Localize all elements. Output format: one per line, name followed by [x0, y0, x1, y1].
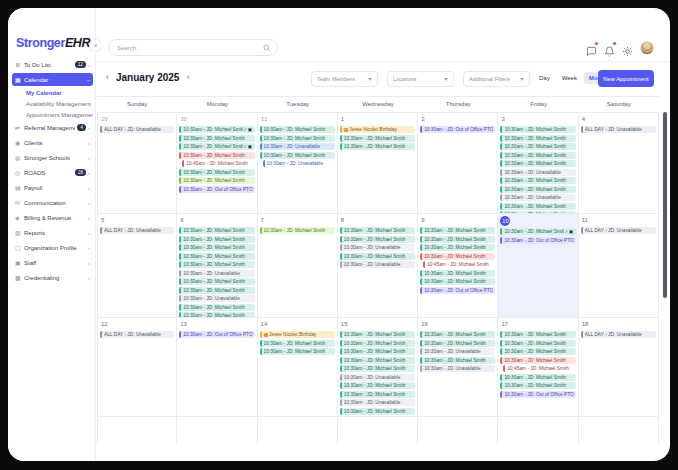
event-unav-gray[interactable]: 10:30am - JD: Unavailable	[179, 295, 254, 302]
sidebar-item-clients[interactable]: ◉Clients›	[12, 136, 93, 149]
day-cell[interactable]	[338, 417, 418, 444]
event-pto[interactable]: 10:30am - JD: Out of Office PTO	[500, 237, 575, 244]
event-appt[interactable]: 10:30am - JD: Michael Smith	[420, 278, 495, 285]
day-cell-12[interactable]: 12ALL DAY - JD: Unavailable	[97, 318, 177, 416]
day-cell[interactable]	[258, 417, 338, 444]
day-cell-10[interactable]: 1010:30am - JD: Michael Smith✓▣10:30am -…	[498, 214, 578, 317]
event-appt[interactable]: 10:30am - JD: Michael Smith	[179, 227, 254, 234]
event-appt[interactable]: 10:30am - JD: Michael Smith	[340, 340, 415, 347]
event-appt[interactable]: 10:30am - JD: Michael Smith	[340, 331, 415, 338]
event-pto[interactable]: 10:30am - JD: Out of Office PTO	[420, 287, 495, 294]
sidebar-item-credentialing[interactable]: ▩Credentialing›	[12, 271, 93, 284]
sidebar-item-payroll[interactable]: ▤Payroll›	[12, 181, 93, 194]
next-month-button[interactable]: ›	[186, 71, 189, 83]
sidebar-subitem-availability-management[interactable]: Availability Management	[12, 99, 93, 110]
day-cell-5[interactable]: 5ALL DAY - JD: Unavailable	[97, 214, 177, 317]
event-pto[interactable]: 10:30am - JD: Out of Office PTO	[179, 331, 254, 338]
event-appt-icons[interactable]: 10:30am - JD: Michael Smith✓▣	[179, 126, 254, 133]
event-appt[interactable]: 10:30am - JD: Michael Smith	[420, 236, 495, 243]
event-unav-gray[interactable]: 10:30am - JD: Unavailable	[500, 169, 575, 176]
filter-locations[interactable]: Locations	[387, 71, 454, 87]
event-appt[interactable]: 10:30am - JD: Michael Smith	[500, 348, 575, 355]
event-appt[interactable]: 10:30am - JD: Michael Smith	[340, 143, 415, 150]
messages-icon[interactable]	[586, 43, 597, 54]
event-appt[interactable]: 10:30am - JD: Michael Smith	[179, 287, 254, 294]
event-unav-gray[interactable]: 10:30am - JD: Unavailable	[340, 374, 415, 381]
event-appt[interactable]: 10:30am - JD: Michael Smith	[420, 244, 495, 251]
event-bday[interactable]: Jesse Nicolet Birthday	[260, 331, 335, 338]
sidebar-item-organization-profile[interactable]: ▢Organization Profile›	[12, 241, 93, 254]
event-appt[interactable]: 10:30am - JD: Michael Smith	[340, 227, 415, 234]
event-appt[interactable]: 10:30am - JD: Michael Smith	[179, 135, 254, 142]
event-unav-o[interactable]: 10:30am - JD: Unavailable	[263, 160, 335, 167]
sidebar-item-stronger-schools[interactable]: ◍Stronger Schools›	[12, 151, 93, 164]
prev-month-button[interactable]: ‹	[106, 71, 109, 83]
event-appt[interactable]: 10:30am - JD: Michael Smith	[420, 340, 495, 347]
event-appt-green[interactable]: 10:30am - JD: Michael Smith	[179, 177, 254, 184]
event-allday[interactable]: ALL DAY - JD: Unavailable	[581, 227, 656, 234]
event-appt[interactable]: 10:30am - JD: Michael Smith	[260, 152, 335, 159]
event-allday[interactable]: ALL DAY - JD: Unavailable	[581, 331, 656, 338]
event-pto[interactable]: 10:30am - JD: Out of Office PTO	[179, 186, 254, 193]
day-cell-11[interactable]: 11ALL DAY - JD: Unavailable	[579, 214, 659, 317]
event-appt[interactable]: 10:30am - JD: Michael Smith	[500, 143, 575, 150]
sidebar-item-communication[interactable]: ✉Communication›	[12, 196, 93, 209]
bell-icon[interactable]	[604, 43, 615, 54]
event-appt[interactable]: 10:30am - JD: Michael Smith	[179, 312, 254, 317]
event-appt[interactable]: 10:30am - JD: Michael Smith	[420, 357, 495, 364]
event-appt-red[interactable]: 10:30am - JD: Michael Smith	[179, 152, 254, 159]
event-bday[interactable]: Jesse Nicolet Birthday	[340, 126, 415, 133]
sidebar-subitem-my-calendar[interactable]: My Calendar	[12, 88, 93, 99]
day-cell-29[interactable]: 29ALL DAY - JD: Unavailable	[97, 113, 177, 213]
event-unav-gray[interactable]: 10:30am - JD: Unavailable	[340, 399, 415, 406]
event-appt[interactable]: 10:30am - JD: Michael Smith	[340, 236, 415, 243]
day-cell-3[interactable]: 310:30am - JD: Michael Smith10:30am - JD…	[498, 113, 578, 213]
event-appt-red[interactable]: 10:30am - JD: Michael Smith	[420, 253, 495, 260]
day-cell[interactable]	[498, 417, 578, 444]
event-appt[interactable]: 10:30am - JD: Michael Smith	[340, 382, 415, 389]
new-appointment-button[interactable]: New Appointment	[598, 70, 654, 87]
event-appt-icons[interactable]: 10:30am - JD: Michael Smith✓▣	[500, 228, 575, 235]
event-appt[interactable]: 10:30am - JD: Michael Smith	[260, 135, 335, 142]
event-appt[interactable]: 10:30am - JD: Michael Smith	[260, 340, 335, 347]
sidebar-item-to-do-list[interactable]: ≣To Do List12›	[12, 58, 93, 71]
event-appt[interactable]: 10:30am - JD: Michael Smith	[500, 126, 575, 133]
day-cell-15[interactable]: 1510:30am - JD: Michael Smith10:30am - J…	[338, 318, 418, 416]
event-appt[interactable]: 10:30am - JD: Michael Smith	[179, 169, 254, 176]
day-cell-4[interactable]: 4ALL DAY - JD: Unavailable	[579, 113, 659, 213]
day-cell-6[interactable]: 610:30am - JD: Michael Smith10:30am - JD…	[177, 214, 257, 317]
event-allday[interactable]: ALL DAY - JD: Unavailable	[581, 126, 656, 133]
day-cell-8[interactable]: 810:30am - JD: Michael Smith10:30am - JD…	[338, 214, 418, 317]
day-cell-14[interactable]: 14Jesse Nicolet Birthday10:30am - JD: Mi…	[258, 318, 338, 416]
event-unav-gray[interactable]: 10:30am - JD: Unavailable	[420, 348, 495, 355]
event-appt[interactable]: 10:30am - JD: Michael Smith	[500, 160, 575, 167]
user-avatar[interactable]	[640, 41, 654, 55]
day-cell-2[interactable]: 210:30am - JD: Out of Office PTO	[418, 113, 498, 213]
event-appt[interactable]: 10:30am - JD: Michael Smith	[340, 391, 415, 398]
event-allday[interactable]: ALL DAY - JD: Unavailable	[100, 227, 174, 234]
filter-team-members[interactable]: Team Members	[311, 71, 378, 87]
event-appt[interactable]: 10:30am - JD: Michael Smith	[500, 211, 575, 213]
event-appt[interactable]: 10:30am - JD: Michael Smith	[179, 261, 254, 268]
event-appt[interactable]: 10:30am - JD: Michael Smith	[340, 348, 415, 355]
event-unav-gray[interactable]: 10:30am - JD: Unavailable	[500, 194, 575, 201]
event-appt-icons[interactable]: 10:30am - JD: Michael Smith✓▣	[179, 143, 254, 150]
event-unav-gray[interactable]: 10:30am - JD: Unavailable	[179, 270, 254, 277]
view-week[interactable]: Week	[557, 72, 582, 84]
event-appt[interactable]: 10:30am - JD: Michael Smith	[179, 278, 254, 285]
event-appt[interactable]: 10:30am - JD: Michael Smith	[340, 365, 415, 372]
day-cell-7[interactable]: 710:30am - JD: Michael Smith	[258, 214, 338, 317]
event-appt[interactable]: 10:30am - JD: Michael Smith	[340, 135, 415, 142]
sidebar-item-roads[interactable]: ◎ROADS28›	[12, 166, 93, 179]
sidebar-item-calendar[interactable]: ▦Calendar–	[12, 73, 93, 86]
day-cell-17[interactable]: 1710:30am - JD: Michael Smith10:30am - J…	[498, 318, 578, 416]
event-allday[interactable]: ALL DAY - JD: Unavailable	[100, 331, 174, 338]
gear-icon[interactable]	[622, 43, 633, 54]
event-appt[interactable]: 10:30am - JD: Michael Smith	[179, 253, 254, 260]
vertical-scrollbar-thumb[interactable]	[663, 112, 667, 298]
event-appt-red-o[interactable]: 10:45am - JD: Michael Smith	[182, 160, 254, 167]
event-allday[interactable]: ALL DAY - JD: Unavailable	[100, 126, 174, 133]
event-appt[interactable]: 10:30am - JD: Michael Smith	[420, 227, 495, 234]
sidebar-item-reports[interactable]: ▥Reports›	[12, 226, 93, 239]
day-cell-1[interactable]: 1Jesse Nicolet Birthday10:30am - JD: Mic…	[338, 113, 418, 213]
